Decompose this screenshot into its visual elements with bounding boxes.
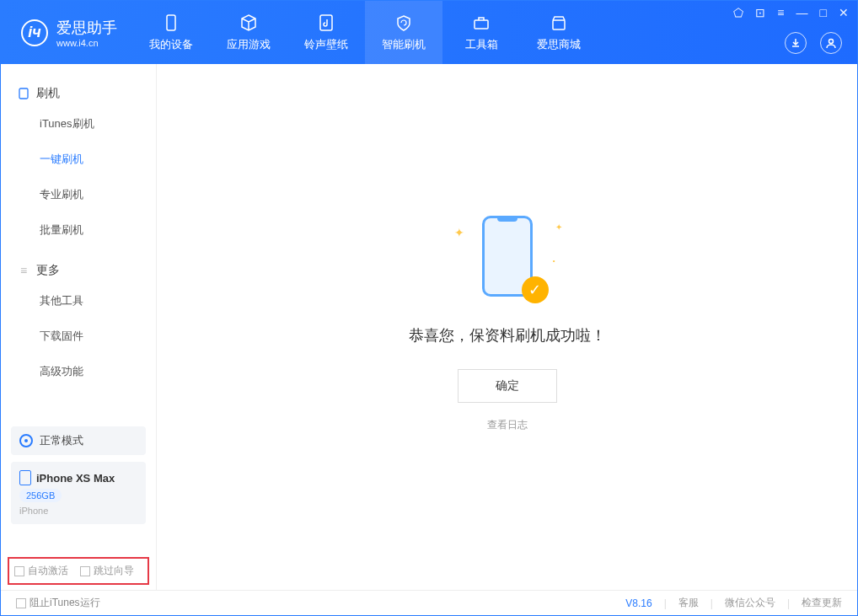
nav-store[interactable]: 爱思商城 [520,1,598,64]
cube-icon [239,13,259,33]
device-icon [161,13,181,33]
app-title: 爱思助手 [56,18,117,38]
sparkle-icon: ✦ [454,226,464,239]
svg-rect-5 [19,88,28,99]
svg-rect-1 [320,15,332,30]
main-content: ✦ ✦ • ✓ 恭喜您，保资料刷机成功啦！ 确定 查看日志 [157,64,857,590]
sidebar-item-onekey-flash[interactable]: 一键刷机 [1,142,156,177]
ok-button[interactable]: 确定 [458,369,557,403]
nav-smart-flash[interactable]: 智能刷机 [365,1,442,64]
device-info[interactable]: iPhone XS Max 256GB iPhone [11,462,146,524]
nav-ringtone-wallpaper[interactable]: 铃声壁纸 [287,1,365,64]
sidebar-item-batch-flash[interactable]: 批量刷机 [1,212,156,248]
checkbox-auto-activate[interactable]: 自动激活 [14,564,68,578]
list-icon: ≡ [18,265,29,276]
sparkle-icon: ✦ [555,222,562,232]
menu-icon[interactable]: ≡ [777,6,784,19]
sidebar-item-itunes-flash[interactable]: iTunes刷机 [1,106,156,142]
highlighted-options: 自动激活 跳过向导 [8,557,149,585]
title-bar: iч 爱思助手 www.i4.cn 我的设备 应用游戏 铃声壁纸 智能刷机 工具… [1,1,857,64]
music-file-icon [316,13,336,33]
device-type: iPhone [19,506,137,516]
close-button[interactable]: ✕ [839,6,849,19]
phone-icon [19,470,31,485]
storage-badge: 256GB [19,489,62,502]
window-controls: ⬠ ⊡ ≡ — □ ✕ [733,6,849,19]
shirt-icon[interactable]: ⬠ [733,6,743,19]
lock-icon[interactable]: ⊡ [755,6,765,19]
wechat-link[interactable]: 微信公众号 [725,596,775,610]
device-mode[interactable]: 正常模式 [11,426,146,455]
svg-rect-2 [475,20,488,29]
checkbox-block-itunes[interactable]: 阻止iTunes运行 [16,596,100,610]
sidebar: 刷机 iTunes刷机 一键刷机 专业刷机 批量刷机 ≡更多 其他工具 下载固件… [1,64,157,590]
svg-point-4 [829,40,834,44]
mode-icon [19,434,33,447]
nav-toolbox[interactable]: 工具箱 [442,1,520,64]
sidebar-item-other-tools[interactable]: 其他工具 [1,283,156,319]
maximize-button[interactable]: □ [820,6,827,19]
svg-rect-0 [167,15,175,30]
nav-my-device[interactable]: 我的设备 [132,1,210,64]
check-icon: ✓ [522,276,549,303]
svg-rect-3 [553,20,565,29]
app-site: www.i4.cn [56,38,117,48]
device-panel: 正常模式 iPhone XS Max 256GB iPhone [11,426,146,524]
nav-apps-games[interactable]: 应用游戏 [210,1,287,64]
sidebar-section-more: ≡更多 [1,258,156,283]
checkbox-skip-guide[interactable]: 跳过向导 [80,564,134,578]
refresh-shield-icon [394,13,414,33]
status-bar: 阻止iTunes运行 V8.16| 客服| 微信公众号| 检查更新 [1,590,857,615]
sparkle-icon: • [553,257,555,265]
app-logo-icon: iч [21,19,48,46]
download-button[interactable] [785,32,807,54]
version-label: V8.16 [625,597,652,609]
view-log-link[interactable]: 查看日志 [487,418,528,432]
user-button[interactable] [820,32,842,54]
phone-icon [18,88,29,99]
success-message: 恭喜您，保资料刷机成功啦！ [409,325,606,345]
sidebar-item-download-firmware[interactable]: 下载固件 [1,319,156,354]
minimize-button[interactable]: — [796,6,808,19]
success-illustration: ✦ ✦ • ✓ [469,216,545,300]
shop-icon [549,13,569,33]
check-update-link[interactable]: 检查更新 [802,596,842,610]
sidebar-item-advanced[interactable]: 高级功能 [1,354,156,389]
support-link[interactable]: 客服 [678,596,699,610]
sidebar-item-pro-flash[interactable]: 专业刷机 [1,177,156,212]
logo-area: iч 爱思助手 www.i4.cn [1,18,132,48]
main-nav: 我的设备 应用游戏 铃声壁纸 智能刷机 工具箱 爱思商城 [132,1,598,64]
toolbox-icon [471,13,491,33]
sidebar-section-flash: 刷机 [1,81,156,106]
